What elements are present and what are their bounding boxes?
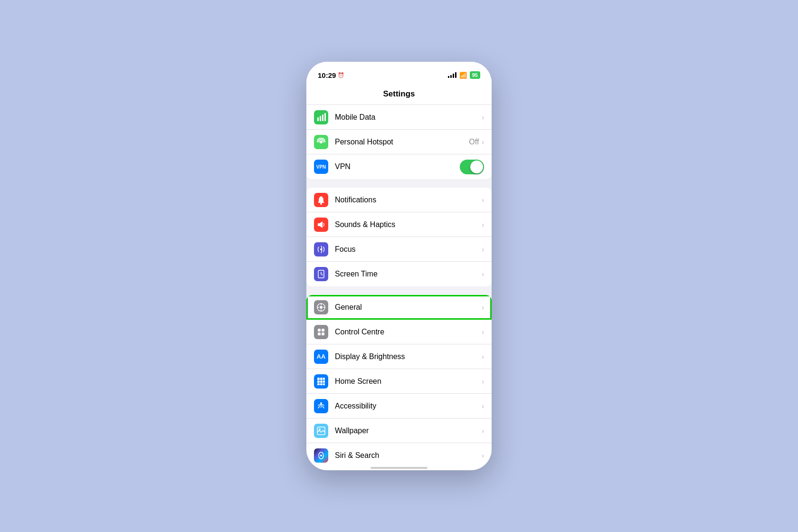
svg-rect-13	[318, 332, 321, 335]
svg-point-4	[320, 141, 323, 143]
control-centre-row[interactable]: Control Centre ›	[306, 320, 492, 344]
wallpaper-label: Wallpaper	[335, 427, 482, 435]
mobile-data-label: Mobile Data	[335, 113, 482, 122]
display-icon: AA	[314, 350, 328, 364]
sounds-label: Sounds & Haptics	[335, 220, 482, 229]
svg-rect-22	[320, 383, 323, 385]
svg-rect-20	[323, 380, 325, 383]
notifications-group: Notifications › Sounds & Haptics ›	[306, 188, 492, 286]
siri-search-row[interactable]: Siri & Search ›	[306, 443, 492, 467]
screen-time-chevron: ›	[482, 270, 484, 278]
vpn-icon: VPN	[314, 160, 328, 174]
svg-rect-17	[323, 378, 325, 380]
home-screen-row[interactable]: Home Screen ›	[306, 369, 492, 394]
status-time: 10:29 ⏰	[318, 71, 344, 79]
sounds-icon	[314, 218, 328, 232]
mobile-data-icon	[314, 110, 328, 124]
home-indicator	[306, 467, 492, 470]
phone-frame: 10:29 ⏰ 📶 95 Settings	[306, 62, 492, 470]
hotspot-chevron: ›	[482, 138, 484, 146]
general-chevron: ›	[482, 304, 484, 311]
status-bar: 10:29 ⏰ 📶 95	[306, 62, 492, 86]
control-centre-icon	[314, 325, 328, 339]
personal-hotspot-row[interactable]: Personal Hotspot Off ›	[306, 130, 492, 154]
settings-scroll-area[interactable]: Mobile Data › Personal Hotspot Off › VPN	[306, 105, 492, 467]
svg-rect-12	[322, 329, 324, 332]
svg-point-10	[320, 306, 323, 309]
vpn-toggle-knob	[470, 161, 483, 173]
vpn-toggle[interactable]	[460, 160, 484, 174]
wallpaper-icon	[314, 424, 328, 438]
svg-rect-0	[317, 117, 319, 121]
screen-time-icon	[314, 267, 328, 281]
notifications-label: Notifications	[335, 196, 482, 204]
svg-point-7	[320, 248, 322, 250]
svg-rect-6	[318, 223, 320, 226]
battery-indicator: 95	[470, 71, 480, 79]
notifications-icon	[314, 193, 328, 207]
display-brightness-row[interactable]: AA Display & Brightness ›	[306, 344, 492, 369]
general-row[interactable]: General ›	[306, 295, 492, 320]
home-bar	[370, 467, 428, 469]
signal-icon	[448, 72, 456, 78]
svg-rect-2	[322, 114, 323, 121]
svg-rect-3	[324, 113, 326, 121]
svg-rect-18	[317, 380, 320, 383]
home-screen-icon	[314, 374, 328, 389]
accessibility-icon	[314, 399, 328, 413]
hotspot-icon	[314, 135, 328, 149]
svg-point-28	[320, 455, 322, 456]
clock: 10:29	[318, 71, 336, 79]
focus-row[interactable]: Focus ›	[306, 237, 492, 262]
status-icons: 📶 95	[448, 71, 480, 79]
svg-point-5	[320, 203, 322, 205]
accessibility-row[interactable]: Accessibility ›	[306, 394, 492, 418]
svg-rect-1	[320, 116, 321, 121]
sounds-haptics-row[interactable]: Sounds & Haptics ›	[306, 212, 492, 237]
svg-rect-19	[320, 380, 323, 383]
general-label: General	[335, 303, 482, 312]
svg-rect-16	[320, 378, 323, 380]
control-centre-label: Control Centre	[335, 328, 482, 336]
notifications-row[interactable]: Notifications ›	[306, 188, 492, 212]
sounds-chevron: ›	[482, 221, 484, 228]
control-centre-chevron: ›	[482, 328, 484, 336]
general-icon	[314, 300, 328, 314]
wallpaper-chevron: ›	[482, 427, 484, 435]
svg-rect-21	[317, 383, 320, 385]
vpn-row[interactable]: VPN VPN	[306, 154, 492, 179]
hotspot-value: Off	[469, 138, 479, 146]
screen-time-row[interactable]: Screen Time ›	[306, 262, 492, 286]
accessibility-chevron: ›	[482, 402, 484, 410]
focus-chevron: ›	[482, 246, 484, 253]
display-brightness-label: Display & Brightness	[335, 352, 482, 361]
display-chevron: ›	[482, 353, 484, 361]
general-group: General › Control Centre › AA	[306, 295, 492, 467]
mobile-data-row[interactable]: Mobile Data ›	[306, 105, 492, 130]
svg-point-24	[320, 402, 322, 404]
siri-icon	[314, 448, 328, 463]
vpn-label: VPN	[335, 162, 460, 171]
home-screen-label: Home Screen	[335, 377, 482, 386]
network-group: Mobile Data › Personal Hotspot Off › VPN	[306, 105, 492, 179]
alarm-icon: ⏰	[338, 72, 344, 78]
hotspot-label: Personal Hotspot	[335, 138, 469, 146]
screen-time-label: Screen Time	[335, 270, 482, 278]
wifi-icon: 📶	[459, 72, 467, 79]
focus-icon	[314, 242, 328, 256]
svg-rect-11	[318, 329, 321, 332]
home-screen-chevron: ›	[482, 378, 484, 385]
wallpaper-row[interactable]: Wallpaper ›	[306, 418, 492, 443]
accessibility-label: Accessibility	[335, 402, 482, 410]
siri-label: Siri & Search	[335, 451, 482, 460]
svg-rect-23	[323, 383, 325, 385]
page-title: Settings	[306, 86, 492, 105]
svg-rect-15	[317, 378, 320, 380]
svg-rect-14	[322, 332, 324, 335]
mobile-data-chevron: ›	[482, 114, 484, 121]
focus-label: Focus	[335, 245, 482, 254]
notifications-chevron: ›	[482, 196, 484, 204]
siri-chevron: ›	[482, 452, 484, 459]
